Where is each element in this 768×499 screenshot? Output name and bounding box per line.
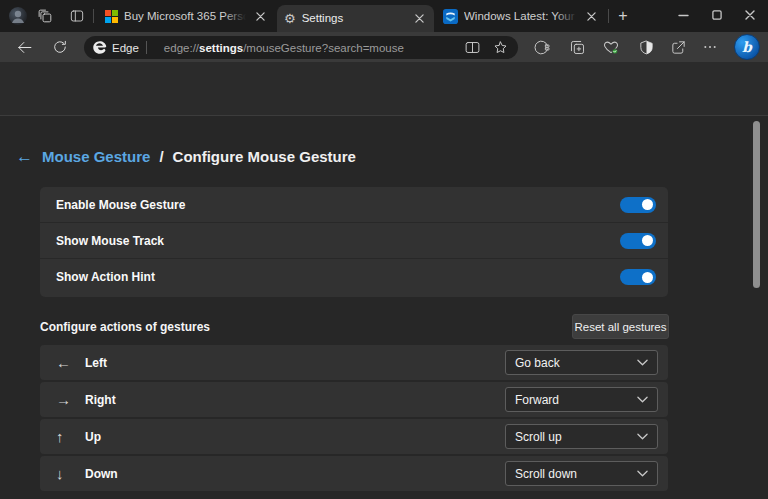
- tab-actions-icon[interactable]: [65, 6, 89, 26]
- navigation-toolbar: Edge edge://settings/mouseGesture?search…: [0, 32, 768, 62]
- down-arrow-icon: ↓: [56, 465, 78, 482]
- extensions-icon[interactable]: [528, 34, 554, 60]
- setting-label: Show Action Hint: [56, 270, 155, 284]
- share-icon[interactable]: [665, 34, 691, 60]
- browser-essentials-icon[interactable]: [598, 34, 624, 60]
- more-options-icon[interactable]: [697, 34, 723, 60]
- dropdown-value: Go back: [515, 356, 637, 370]
- tab-close-icon[interactable]: [583, 9, 599, 25]
- setting-label: Show Mouse Track: [56, 234, 164, 248]
- refresh-icon[interactable]: [47, 34, 73, 60]
- gesture-row-left: ← Left Go back: [40, 345, 668, 380]
- breadcrumb-separator: /: [159, 148, 163, 165]
- new-tab-button[interactable]: +: [611, 6, 635, 26]
- gesture-row-up: ↑ Up Scroll up: [40, 419, 668, 454]
- show-mouse-track-toggle[interactable]: [620, 233, 656, 249]
- setting-row-show-mouse-track: Show Mouse Track: [40, 223, 668, 259]
- gesture-row-down: ↓ Down Scroll down: [40, 456, 668, 491]
- gesture-action-dropdown-down[interactable]: Scroll down: [505, 461, 658, 486]
- divider: [146, 41, 147, 54]
- divider: [608, 9, 609, 23]
- site-chip-label: Edge: [112, 42, 139, 54]
- dropdown-value: Scroll up: [515, 430, 637, 444]
- setting-row-enable-mouse-gesture: Enable Mouse Gesture: [40, 187, 668, 223]
- collections-icon[interactable]: [564, 34, 590, 60]
- split-screen-icon[interactable]: [464, 39, 481, 56]
- gesture-action-dropdown-up[interactable]: Scroll up: [505, 424, 658, 449]
- gesture-action-dropdown-right[interactable]: Forward: [505, 387, 658, 412]
- gesture-direction: Left: [85, 356, 107, 370]
- settings-header: Settings: [0, 62, 768, 116]
- chevron-down-icon: [637, 433, 648, 440]
- breadcrumb-current: Configure Mouse Gesture: [173, 148, 356, 165]
- gesture-action-dropdown-left[interactable]: Go back: [505, 350, 658, 375]
- chevron-down-icon: [637, 396, 648, 403]
- site-info-chip[interactable]: Edge: [92, 40, 155, 55]
- up-arrow-icon: ↑: [56, 428, 78, 445]
- tab-close-icon[interactable]: [252, 9, 268, 25]
- wallet-icon[interactable]: [633, 34, 659, 60]
- setting-label: Enable Mouse Gesture: [56, 198, 185, 212]
- url-text: edge://settings/mouseGesture?search=mous…: [164, 42, 404, 54]
- tab-title: Settings: [302, 5, 405, 32]
- chevron-down-icon: [637, 470, 648, 477]
- address-bar[interactable]: Edge edge://settings/mouseGesture?search…: [84, 36, 518, 59]
- workspaces-icon[interactable]: [33, 6, 57, 26]
- tab-title: Windows Latest: Your Source: [464, 3, 577, 30]
- scrollbar-thumb[interactable]: [753, 121, 760, 288]
- setting-row-show-action-hint: Show Action Hint: [40, 259, 668, 295]
- tab-buy-microsoft-365[interactable]: Buy Microsoft 365 Personal (F: [98, 3, 275, 30]
- window-controls: [667, 2, 766, 28]
- copilot-icon[interactable]: b: [734, 34, 760, 60]
- gesture-direction: Up: [85, 430, 101, 444]
- breadcrumb-parent-link[interactable]: Mouse Gesture: [42, 148, 150, 165]
- profile-avatar[interactable]: [9, 7, 27, 25]
- gesture-direction: Right: [85, 393, 116, 407]
- gestures-section-label: Configure actions of gestures: [40, 320, 210, 334]
- chevron-down-icon: [637, 359, 648, 366]
- maximize-button[interactable]: [700, 2, 733, 28]
- titlebar: Buy Microsoft 365 Personal (F ⚙ Settings…: [0, 0, 768, 32]
- reset-all-gestures-button[interactable]: Reset all gestures: [572, 314, 669, 339]
- breadcrumb: ← Mouse Gesture / Configure Mouse Gestur…: [16, 148, 356, 165]
- divider: [93, 9, 94, 23]
- gear-icon: ⚙: [284, 12, 296, 25]
- enable-mouse-gesture-toggle[interactable]: [620, 197, 656, 213]
- tab-windows-latest[interactable]: Windows Latest: Your Source: [436, 3, 606, 30]
- back-icon[interactable]: [11, 34, 37, 60]
- left-arrow-icon: ←: [56, 354, 78, 371]
- toggles-card: Enable Mouse Gesture Show Mouse Track Sh…: [40, 187, 668, 297]
- breadcrumb-back-icon[interactable]: ←: [16, 148, 33, 165]
- gesture-direction: Down: [85, 467, 118, 481]
- windows-latest-favicon: [443, 9, 458, 24]
- favorites-star-icon[interactable]: [492, 39, 509, 56]
- close-window-button[interactable]: [733, 2, 766, 28]
- minimize-button[interactable]: [667, 2, 700, 28]
- tab-title: Buy Microsoft 365 Personal (F: [124, 3, 246, 30]
- dropdown-value: Forward: [515, 393, 637, 407]
- gesture-row-right: → Right Forward: [40, 382, 668, 417]
- right-arrow-icon: →: [56, 391, 78, 408]
- tab-settings[interactable]: ⚙ Settings: [277, 5, 434, 32]
- edge-logo-icon: [92, 40, 107, 55]
- show-action-hint-toggle[interactable]: [620, 269, 656, 285]
- tab-close-icon[interactable]: [411, 11, 427, 27]
- dropdown-value: Scroll down: [515, 467, 637, 481]
- microsoft-logo-icon: [105, 10, 118, 23]
